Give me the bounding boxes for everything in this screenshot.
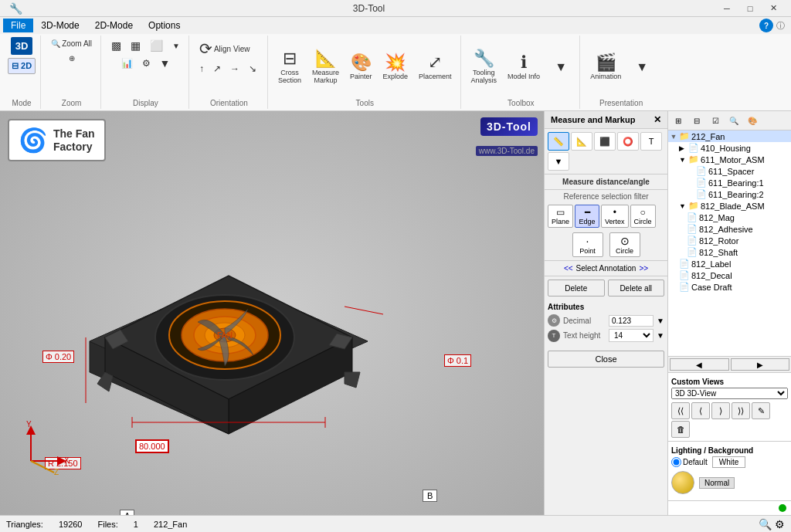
ref-edge-btn[interactable]: ━ Edge — [575, 205, 599, 228]
menu-file[interactable]: File — [3, 19, 33, 32]
root-expand-icon[interactable]: ▼ — [670, 133, 677, 141]
mode-2d-button[interactable]: ⊟ 2D — [8, 58, 36, 74]
maximize-button[interactable]: □ — [738, 0, 762, 17]
default-radio[interactable] — [671, 457, 681, 467]
minimize-button[interactable]: ─ — [715, 0, 738, 17]
text-height-select[interactable]: 14 10 12 16 18 — [609, 329, 654, 342]
animation-button[interactable]: 🎬 Animation — [586, 52, 625, 83]
zoom-sub-button[interactable]: ⊕ — [65, 52, 79, 65]
tree-btn-filter[interactable]: 🔍 — [725, 113, 742, 128]
text-height-dropdown-icon[interactable]: ▼ — [657, 331, 664, 340]
display-solid-button[interactable]: ▩ — [107, 37, 125, 54]
ribbon-group-mode-label: Mode — [8, 97, 36, 107]
statusbar-settings-icon[interactable]: ⚙ — [775, 518, 785, 530]
tree-btn-expand[interactable]: ⊞ — [670, 113, 687, 128]
select-annotation-next[interactable]: >> — [639, 264, 648, 273]
zoom-all-button[interactable]: 🔍 Zoom All — [47, 37, 96, 50]
display-axis-button[interactable]: ⚙ — [138, 55, 154, 72]
white-btn[interactable]: White — [712, 456, 746, 468]
orient-btn1[interactable]: ↑ — [195, 61, 208, 76]
tree-item-812-decal[interactable]: 📄 812_Decal — [668, 269, 791, 281]
tooling-analysis-button[interactable]: 🔧 ToolingAnalysis — [467, 48, 501, 86]
menu-2dmode[interactable]: 2D-Mode — [87, 19, 141, 32]
decimal-dropdown-icon[interactable]: ▼ — [657, 317, 664, 325]
normal-btn[interactable]: Normal — [699, 477, 735, 489]
tree-item-case-draft[interactable]: 📄 Case Draft — [668, 281, 791, 293]
root-icon: 📁 — [679, 131, 690, 141]
display-more-button[interactable]: ▼ — [168, 37, 184, 54]
tree-scroll-left[interactable]: ◀ — [670, 358, 729, 371]
text-height-label: Text height — [563, 331, 606, 340]
cv-next-btn[interactable]: ⟩ — [711, 402, 730, 419]
select-annotation-prev[interactable]: << — [564, 264, 573, 273]
orient-btn4[interactable]: ↘ — [245, 61, 260, 76]
presentation-more-button[interactable]: ▼ — [628, 59, 656, 76]
measure-panel-close-icon[interactable]: ✕ — [654, 114, 661, 125]
model-info-button[interactable]: ℹ Model Info — [504, 52, 544, 83]
ref-circle2-btn[interactable]: ⊙ Circle — [609, 232, 640, 257]
tree-item-410-housing[interactable]: ▶ 📄 410_Housing — [668, 142, 791, 154]
measure-text-btn[interactable]: T — [640, 132, 662, 151]
placement-button[interactable]: ⤢ Placement — [415, 52, 456, 83]
tree-item-812-rotor[interactable]: 📄 812_Rotor — [668, 235, 791, 246]
tree-item-812-adhesive[interactable]: 📄 812_Adhesive — [668, 223, 791, 235]
painter-button[interactable]: 🎨 Painter — [346, 52, 376, 83]
cv-delete-btn[interactable]: 🗑 — [671, 421, 690, 438]
measure-radius-btn[interactable]: ⭕ — [617, 132, 639, 151]
main-area: 🌀 The Fan Factory — [0, 111, 791, 515]
cv-first-btn[interactable]: ⟨⟨ — [671, 402, 690, 419]
orient-btn3[interactable]: → — [226, 61, 243, 76]
cv-edit-btn[interactable]: ✎ — [752, 402, 770, 419]
mode-3d-button[interactable]: 3D — [11, 37, 33, 55]
align-view-button[interactable]: ⟳ Align View — [195, 37, 254, 60]
orient-btn2[interactable]: ↗ — [209, 61, 225, 76]
delete-all-button[interactable]: Delete all — [608, 280, 665, 296]
tree-item-812-label[interactable]: 📄 812_Label — [668, 258, 791, 269]
close-button[interactable]: ✕ — [762, 0, 785, 17]
tree-scroll-area[interactable]: ▼ 📁 212_Fan ▶ 📄 410_Housing ▼ 📁 611_Moto… — [668, 130, 791, 356]
menu-3dmode[interactable]: 3D-Mode — [33, 19, 87, 32]
tree-item-812-mag[interactable]: 📄 812_Mag — [668, 212, 791, 223]
ref-vertex-btn[interactable]: • Vertex — [601, 205, 629, 228]
decimal-input[interactable] — [609, 315, 654, 327]
ref-circle-btn[interactable]: ○ Circle — [630, 205, 656, 228]
measure-angle-btn[interactable]: 📐 — [571, 132, 592, 151]
tree-btn-check[interactable]: ☑ — [707, 113, 724, 128]
tree-item-812-blade[interactable]: ▼ 📁 812_Blade_ASM — [668, 200, 791, 212]
tree-item-611-spacer[interactable]: 📄 611_Spacer — [668, 165, 791, 177]
statusbar-search-icon[interactable]: 🔍 — [759, 518, 772, 530]
tree-item-label: 410_Housing — [701, 144, 751, 153]
cv-prev-btn[interactable]: ⟨ — [691, 402, 710, 419]
toolbox-more-icon: ▼ — [555, 61, 567, 73]
tree-item-812-shaft[interactable]: 📄 812_Shaft — [668, 246, 791, 258]
cv-last-btn[interactable]: ⟩⟩ — [732, 402, 750, 419]
tree-scroll-right[interactable]: ▶ — [731, 358, 790, 371]
measure-more-btn[interactable]: ▼ — [548, 152, 569, 171]
tree-btn-collapse[interactable]: ⊟ — [688, 113, 705, 128]
custom-views-select[interactable]: 3D 3D-View Front View Top View Side View — [671, 388, 788, 399]
explode-button[interactable]: 💥 Explode — [379, 52, 412, 83]
help-button[interactable]: ? — [759, 19, 773, 32]
ref-plane-btn[interactable]: ▭ Plane — [548, 205, 573, 228]
tree-root[interactable]: ▼ 📁 212_Fan — [668, 130, 791, 142]
display-wire-button[interactable]: ▦ — [127, 37, 144, 54]
toolbox-more-button[interactable]: ▼ — [547, 59, 575, 76]
measure-close-button[interactable]: Close — [548, 351, 664, 368]
tree-item-611-bearing2[interactable]: 📄 611_Bearing:2 — [668, 188, 791, 200]
measure-area-btn[interactable]: ⬛ — [594, 132, 616, 151]
measure-distance-btn[interactable]: 📏 — [548, 132, 569, 151]
tree-btn-color[interactable]: 🎨 — [744, 113, 761, 128]
delete-button[interactable]: Delete — [548, 280, 605, 296]
menu-options[interactable]: Options — [141, 19, 188, 32]
default-radio-label[interactable]: Default — [671, 457, 708, 467]
ref-point-btn[interactable]: · Point — [572, 232, 603, 257]
viewport[interactable]: 🌀 The Fan Factory — [0, 111, 544, 515]
tree-item-611-motor[interactable]: ▼ 📁 611_Motor_ASM — [668, 154, 791, 165]
measure-markup-button[interactable]: 📐 MeasureMarkup — [308, 48, 343, 86]
cross-section-button[interactable]: ⊟ CrossSection — [274, 48, 305, 86]
item-icon: 📄 — [679, 282, 690, 292]
display-edge-button[interactable]: ⬜ — [146, 37, 167, 54]
tree-item-611-bearing1[interactable]: 📄 611_Bearing:1 — [668, 177, 791, 188]
display-chart-button[interactable]: 📊 — [117, 55, 137, 72]
display-extra-button[interactable]: ▼ — [156, 55, 175, 72]
